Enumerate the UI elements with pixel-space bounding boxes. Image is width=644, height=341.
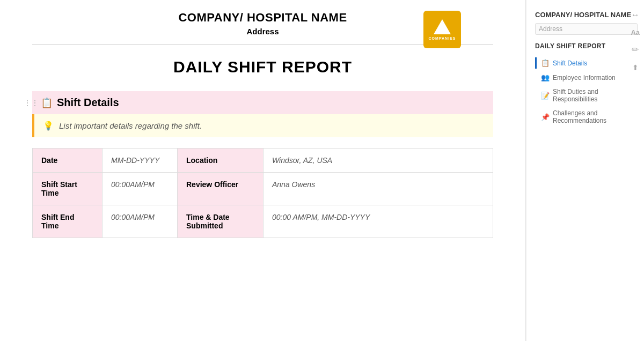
sidebar-company-name: COMPANY/ HOSPITAL NAME — [535, 11, 638, 19]
hint-bulb-icon: 💡 — [43, 121, 54, 131]
edit-button[interactable]: ✏ — [632, 46, 639, 54]
location-label: Location — [178, 149, 264, 173]
right-sidebar: COMPANY/ HOSPITAL NAME Address DAILY SHI… — [526, 0, 644, 341]
time-date-submitted-value: 00:00 AM/PM, MM-DD-YYYY — [264, 205, 493, 238]
sidebar-nav-shift-duties[interactable]: 📝 Shift Duties and Responsibilities — [535, 86, 638, 105]
company-address: Address — [178, 27, 347, 36]
sidebar-nav-challenges[interactable]: 📌 Challenges and Recommendations — [535, 108, 638, 126]
challenges-nav-icon: 📌 — [541, 113, 550, 121]
shift-details-nav-label: Shift Details — [553, 60, 587, 67]
main-content: COMPANY/ HOSPITAL NAME Address COMPANIES… — [0, 0, 526, 341]
drag-handle-icon[interactable]: ⋮⋮ — [24, 99, 39, 107]
export-button[interactable]: ⬆ — [632, 64, 639, 71]
date-value: MM-DD-YYYY — [103, 149, 178, 173]
shift-duties-nav-icon: 📝 — [541, 92, 550, 100]
font-button[interactable]: Aa — [631, 29, 640, 36]
company-logo: COMPANIES — [423, 11, 461, 48]
shift-details-table: Date MM-DD-YYYY Location Windsor, AZ, US… — [32, 148, 493, 238]
sidebar-report-title: DAILY SHIFT REPORT — [535, 42, 638, 50]
sidebar-nav-shift-details[interactable]: 📋 Shift Details — [535, 57, 638, 69]
logo-text: COMPANIES — [429, 36, 456, 40]
date-label: Date — [33, 149, 103, 173]
hint-text: List important details regarding the shi… — [59, 121, 202, 130]
sidebar-nav-employee-info[interactable]: 👥 Employee Information — [535, 72, 638, 83]
logo-triangle-icon — [434, 19, 451, 34]
employee-info-nav-icon: 👥 — [541, 73, 550, 81]
shift-duties-nav-label: Shift Duties and Responsibilities — [553, 88, 638, 103]
resize-button[interactable]: ↔ — [631, 11, 640, 19]
employee-info-nav-label: Employee Information — [553, 74, 616, 81]
section-icon: 📋 — [41, 97, 53, 109]
location-value: Windsor, AZ, USA — [264, 149, 493, 173]
header-text: COMPANY/ HOSPITAL NAME Address — [178, 11, 347, 36]
table-row: Shift End Time 00:00AM/PM Time & Date Su… — [33, 205, 493, 238]
report-title: DAILY SHIFT REPORT — [32, 58, 493, 76]
sidebar-actions: ↔ Aa ✏ ⬆ — [631, 11, 640, 71]
review-officer-label: Review Officer — [178, 173, 264, 205]
shift-details-section-header: ⋮⋮ 📋 Shift Details — [32, 91, 493, 114]
shift-details-nav-icon: 📋 — [541, 59, 550, 67]
challenges-nav-label: Challenges and Recommendations — [553, 109, 638, 124]
shift-end-value: 00:00AM/PM — [103, 205, 178, 238]
shift-end-label: Shift End Time — [33, 205, 103, 238]
section-title: Shift Details — [57, 97, 119, 109]
company-name: COMPANY/ HOSPITAL NAME — [178, 11, 347, 25]
review-officer-value: Anna Owens — [264, 173, 493, 205]
hint-box: 💡 List important details regarding the s… — [32, 114, 493, 137]
sidebar-address: Address — [535, 23, 638, 35]
table-row: Shift Start Time 00:00AM/PM Review Offic… — [33, 173, 493, 205]
shift-start-label: Shift Start Time — [33, 173, 103, 205]
table-row: Date MM-DD-YYYY Location Windsor, AZ, US… — [33, 149, 493, 173]
doc-header: COMPANY/ HOSPITAL NAME Address COMPANIES — [32, 11, 493, 45]
shift-start-value: 00:00AM/PM — [103, 173, 178, 205]
time-date-submitted-label: Time & Date Submitted — [178, 205, 264, 238]
